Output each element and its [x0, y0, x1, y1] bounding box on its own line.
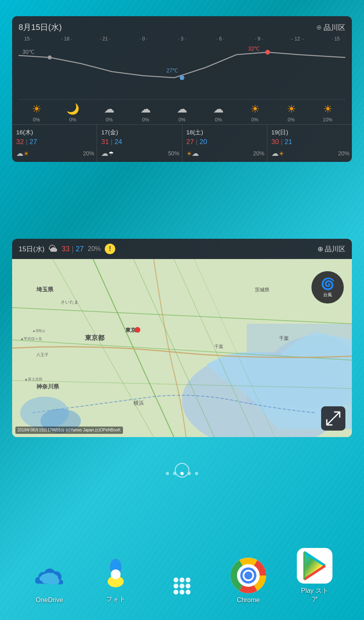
daily-temps-3: 30 | 21	[271, 138, 349, 146]
typhoon-label: 台風	[323, 292, 332, 298]
svg-text:横浜: 横浜	[133, 400, 144, 406]
cloud-icon-3: ☁	[140, 103, 151, 115]
svg-text:東京: 東京	[125, 327, 136, 333]
widget2-cloud-icon: 🌥	[49, 244, 57, 254]
weather-icon-6: ☀ 0%	[239, 103, 271, 123]
svg-point-50	[186, 590, 190, 595]
daily-hi-1: 31	[101, 138, 109, 146]
play-store-icon	[297, 548, 332, 584]
daily-forecast-row: 16(木) 32 | 27 ☁☀ 20% 17(金) 31 | 24	[12, 124, 352, 162]
daily-precip-2: 20%	[253, 150, 265, 157]
hour-7: ·· 12 ··	[289, 36, 305, 42]
daily-hi-2: 27	[186, 138, 194, 146]
app-onedrive[interactable]: OneDrive	[25, 558, 74, 604]
svg-text:▲甲武信ヶ岳: ▲甲武信ヶ岳	[20, 337, 42, 341]
onedrive-label: OneDrive	[36, 597, 63, 604]
app-chrome[interactable]: Chrome	[224, 558, 273, 604]
weather-widget-2[interactable]: 15日(水) 🌥 33 | 27 20% ! ⊕ 品川区	[12, 239, 352, 437]
daily-item-2[interactable]: 18(土) 27 | 20 ☀☁ 20%	[182, 125, 267, 162]
precip-8: 10%	[323, 117, 332, 123]
precip-2: 0%	[106, 117, 112, 123]
widget2-temps: 33 | 27	[61, 245, 84, 253]
precip-5: 0%	[215, 117, 222, 123]
daily-icon-0: ☁☀	[16, 149, 29, 158]
map-container[interactable]: 埼玉県 東京都 神奈川県 茨城県 千葉 さいたま 東京 横浜 八王子 千葉 ▲富…	[12, 259, 352, 437]
svg-line-36	[327, 418, 333, 425]
app-launcher[interactable]	[158, 568, 206, 604]
svg-text:千葉: 千葉	[279, 335, 289, 341]
daily-date-3: 19(日)	[271, 129, 349, 136]
hour-6: · 9 ·	[251, 36, 267, 42]
sun-icon-7: ☀	[287, 103, 296, 115]
weather-icon-2: ☁ 0%	[93, 103, 125, 123]
app-photos[interactable]: フォト	[91, 556, 140, 604]
svg-point-46	[180, 584, 184, 588]
svg-text:八王子: 八王子	[36, 352, 49, 357]
daily-item-0[interactable]: 16(木) 32 | 27 ☁☀ 20%	[12, 125, 97, 162]
svg-text:千葉: 千葉	[214, 344, 223, 349]
apps-grid-icon	[164, 568, 200, 604]
daily-precip-3: 20%	[338, 150, 349, 157]
home-button[interactable]	[175, 463, 189, 478]
cloud-icon-5: ☁	[213, 103, 224, 115]
daily-hi-3: 30	[271, 138, 279, 146]
widget2-location: ⊕ 品川区	[317, 244, 345, 254]
svg-point-45	[174, 584, 178, 588]
widget2-precip: 20%	[88, 245, 101, 253]
weather-icon-3: ☁ 0%	[129, 103, 162, 123]
svg-point-2	[48, 55, 52, 59]
weather-widget-1[interactable]: 8月15日(水) ⊕ 品川区 15 · · 18 · · 21 · · 0 · …	[12, 16, 352, 162]
expand-map-button[interactable]	[321, 406, 345, 431]
widget1-date: 8月15日(水)	[19, 22, 62, 33]
hour-5: · 6 ·	[212, 36, 229, 42]
sun-icon-6: ☀	[250, 103, 260, 115]
hour-8: · 15	[328, 36, 344, 42]
precip-1: 0%	[69, 117, 76, 123]
svg-text:27℃: 27℃	[167, 68, 179, 74]
typhoon-badge: 🌀 台風	[311, 271, 344, 304]
hour-2: · 21 ·	[97, 36, 113, 42]
svg-point-29	[135, 327, 140, 333]
svg-rect-0	[19, 43, 345, 96]
svg-text:東京都: 東京都	[85, 334, 105, 341]
daily-hi-0: 32	[16, 138, 24, 146]
daily-item-3[interactable]: 19(日) 30 | 21 ☁☀ 20%	[267, 125, 352, 162]
daily-date-2: 18(土)	[186, 129, 265, 136]
map-svg: 埼玉県 東京都 神奈川県 茨城県 千葉 さいたま 東京 横浜 八王子 千葉 ▲富…	[12, 259, 352, 437]
dot-0	[166, 472, 169, 475]
cloud-icon-4: ☁	[177, 103, 187, 115]
daily-icon-3: ☁☀	[271, 149, 284, 158]
daily-item-1[interactable]: 17(金) 31 | 24 ☁☂ 50%	[97, 125, 182, 162]
svg-text:32℃: 32℃	[248, 46, 261, 52]
weather-icon-1: 🌙 0%	[57, 103, 89, 123]
moon-star-icon-1: 🌙	[66, 103, 79, 115]
widget2-date: 15日(水)	[19, 244, 44, 254]
svg-text:茨城県: 茨城県	[255, 287, 269, 293]
svg-point-49	[180, 590, 184, 595]
widget2-target-icon: ⊕	[317, 245, 323, 253]
dot-4	[195, 472, 198, 475]
daily-date-0: 16(木)	[16, 129, 94, 136]
temp-graph: 30℃ 27℃ 32℃	[19, 43, 345, 96]
widget2-header: 15日(水) 🌥 33 | 27 20% ! ⊕ 品川区	[12, 239, 352, 259]
precip-7: 0%	[288, 117, 294, 123]
svg-text:神奈川県: 神奈川県	[36, 383, 59, 390]
daily-precip-1: 50%	[168, 150, 179, 157]
svg-point-47	[186, 584, 190, 588]
weather-icon-8: ☀ 10%	[311, 103, 344, 123]
widget1-location: ⊕ 品川区	[316, 23, 345, 32]
daily-lo-3: 21	[285, 138, 292, 146]
widget2-location-text: 品川区	[325, 244, 345, 254]
app-play-store[interactable]: Play スト ア	[290, 548, 339, 604]
daily-temps-1: 31 | 24	[101, 138, 179, 146]
app-dock: OneDrive フォト	[0, 548, 364, 604]
hour-1: · 18 ·	[59, 36, 75, 42]
daily-date-1: 17(金)	[101, 129, 179, 136]
widget1-location-text: 品川区	[324, 23, 345, 32]
weather-icons-row: ☀ 0% 🌙 0% ☁ 0% ☁ 0% ☁ 0% ☁ 0% ☀ 0% ☀ 0%	[19, 99, 345, 124]
cloud-icon-2: ☁	[104, 103, 114, 115]
svg-point-6	[265, 50, 270, 55]
location-target-icon: ⊕	[316, 23, 322, 31]
svg-text:▲富士吉田: ▲富士吉田	[24, 377, 42, 381]
svg-point-43	[180, 578, 184, 582]
